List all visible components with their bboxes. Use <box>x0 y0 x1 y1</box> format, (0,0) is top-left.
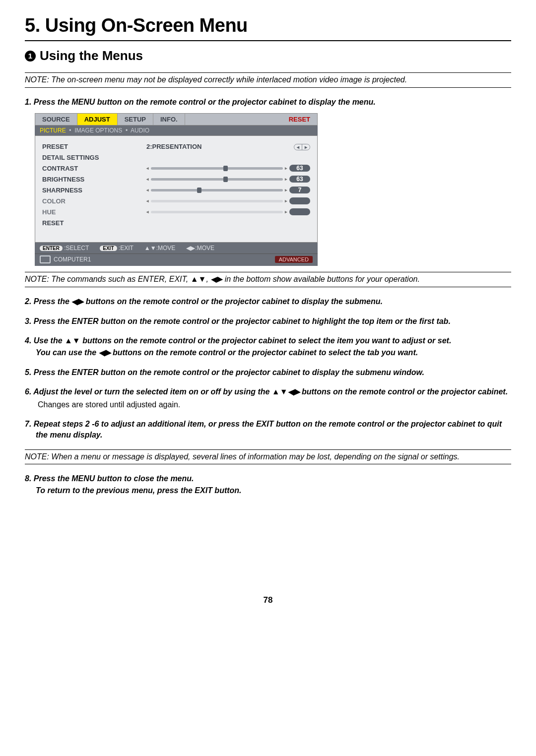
section-number-badge: 1 <box>25 51 36 62</box>
step-4-sub: You can use the ◀▶ buttons on the remote… <box>36 347 511 358</box>
sharpness-label: SHARPNESS <box>42 187 146 194</box>
enter-pill: ENTER <box>40 246 63 251</box>
row-brightness[interactable]: BRIGHTNESS ◂ ▸ 63 <box>42 174 310 185</box>
subtab-image-options[interactable]: IMAGE OPTIONS <box>74 127 122 134</box>
step-7: 7. Repeat steps 2 -6 to adjust an additi… <box>25 419 511 440</box>
preset-left-right-icon[interactable]: ◂▸ <box>294 144 310 150</box>
osd-menu-screenshot: SOURCE ADJUST SETUP INFO. RESET PICTURE … <box>35 113 318 266</box>
contrast-slider[interactable]: ◂ ▸ 63 <box>146 165 310 172</box>
tab-adjust[interactable]: ADJUST <box>77 114 118 125</box>
osd-footer-hints: ENTER :SELECT EXIT :EXIT ▲▼:MOVE ◀▶:MOVE <box>35 243 318 253</box>
brightness-label: BRIGHTNESS <box>42 176 146 183</box>
left-arrow-icon: ◂ <box>146 188 149 192</box>
step-6-sub: Changes are stored until adjusted again. <box>38 399 511 410</box>
contrast-value: 63 <box>289 165 310 172</box>
right-arrow-icon: ▸ <box>285 209 287 214</box>
monitor-icon <box>40 255 51 263</box>
osd-sub-tabs: PICTURE • IMAGE OPTIONS • AUDIO <box>35 126 318 135</box>
row-hue: HUE ◂ ▸ -- <box>42 206 310 217</box>
step-4: 4. Use the ▲▼ buttons on the remote cont… <box>25 335 511 346</box>
divider <box>25 40 511 41</box>
section-title-text: Using the Menus <box>40 48 143 63</box>
contrast-label: CONTRAST <box>42 165 146 172</box>
right-arrow-icon: ▸ <box>285 188 287 192</box>
divider <box>25 464 511 464</box>
move-vertical-hint: ▲▼:MOVE <box>144 245 175 252</box>
exit-pill: EXIT <box>100 246 117 251</box>
detail-settings-label: DETAIL SETTINGS <box>42 154 146 161</box>
hue-label: HUE <box>42 208 146 216</box>
tab-reset[interactable]: RESET <box>282 114 317 125</box>
page-number: 78 <box>25 595 511 605</box>
tab-setup[interactable]: SETUP <box>118 114 153 125</box>
note-text: NOTE: When a menu or message is displaye… <box>25 452 511 462</box>
tab-source[interactable]: SOURCE <box>35 114 77 125</box>
advanced-badge: ADVANCED <box>275 256 313 263</box>
row-preset[interactable]: PRESET 2:PRESENTATION ◂▸ <box>42 141 310 152</box>
move-horizontal-hint: ◀▶:MOVE <box>186 245 214 252</box>
exit-hint: :EXIT <box>119 245 134 252</box>
hue-value: -- <box>289 208 310 215</box>
row-color: COLOR ◂ ▸ -- <box>42 195 310 206</box>
left-arrow-icon: ◂ <box>146 198 149 203</box>
color-label: COLOR <box>42 197 146 205</box>
osd-top-tabs: SOURCE ADJUST SETUP INFO. RESET <box>35 113 318 126</box>
tab-info[interactable]: INFO. <box>153 114 185 125</box>
step-3: 3. Press the ENTER button on the remote … <box>25 316 511 327</box>
subtab-picture[interactable]: PICTURE <box>40 127 66 134</box>
step-5: 5. Press the ENTER button on the remote … <box>25 367 511 378</box>
sharpness-slider[interactable]: ◂ ▸ 7 <box>146 187 310 193</box>
step-8: 8. Press the MENU button to close the me… <box>25 473 511 484</box>
row-reset[interactable]: RESET <box>42 217 310 228</box>
right-arrow-icon: ▸ <box>285 198 287 203</box>
hue-slider: ◂ ▸ -- <box>146 208 310 215</box>
row-sharpness[interactable]: SHARPNESS ◂ ▸ 7 <box>42 185 310 195</box>
note-text: NOTE: The commands such as ENTER, EXIT, … <box>25 274 511 285</box>
color-slider: ◂ ▸ -- <box>146 197 310 204</box>
subtab-audio[interactable]: AUDIO <box>131 127 149 134</box>
divider <box>25 287 511 287</box>
color-value: -- <box>289 197 310 204</box>
left-arrow-icon: ◂ <box>146 177 149 182</box>
divider <box>25 272 511 272</box>
section-title: 1 Using the Menus <box>25 48 511 63</box>
step-2: 2. Press the ◀▶ buttons on the remote co… <box>25 296 511 307</box>
select-hint: :SELECT <box>64 245 89 252</box>
divider <box>25 449 511 450</box>
left-arrow-icon: ◂ <box>146 166 149 171</box>
row-detail-settings[interactable]: DETAIL SETTINGS <box>42 152 310 163</box>
chapter-title: 5. Using On-Screen Menu <box>25 15 511 36</box>
note-text: NOTE: The on-screen menu may not be disp… <box>25 75 511 85</box>
left-arrow-icon: ◂ <box>146 209 149 214</box>
step-1: 1. Press the MENU button on the remote c… <box>25 97 511 108</box>
divider <box>25 87 511 88</box>
divider <box>25 72 511 73</box>
preset-label: PRESET <box>42 143 146 150</box>
preset-value: 2:PRESENTATION <box>146 143 226 150</box>
right-arrow-icon: ▸ <box>285 177 287 182</box>
brightness-slider[interactable]: ◂ ▸ 63 <box>146 176 310 183</box>
osd-body: PRESET 2:PRESENTATION ◂▸ DETAIL SETTINGS… <box>35 135 318 243</box>
source-name: COMPUTER1 <box>54 256 91 263</box>
step-6: 6. Adjust the level or turn the selected… <box>25 386 511 397</box>
row-contrast[interactable]: CONTRAST ◂ ▸ 63 <box>42 163 310 174</box>
right-arrow-icon: ▸ <box>285 166 287 171</box>
brightness-value: 63 <box>289 176 310 183</box>
sharpness-value: 7 <box>289 187 310 193</box>
step-8-sub: To return to the previous menu, press th… <box>36 485 511 496</box>
reset-label: RESET <box>42 219 146 227</box>
osd-footer-status: COMPUTER1 ADVANCED <box>35 253 318 266</box>
